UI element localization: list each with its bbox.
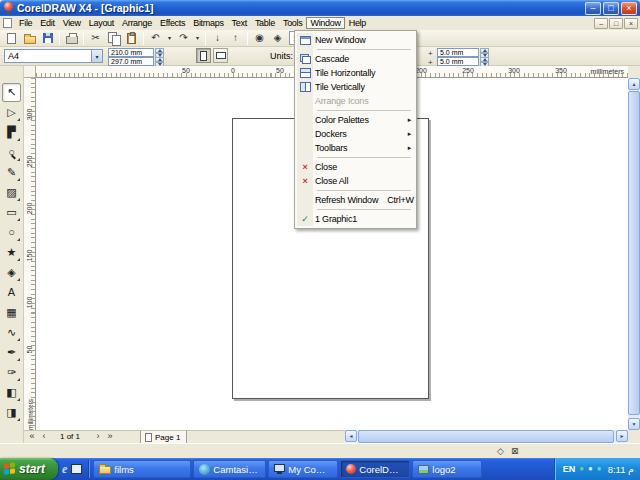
mdi-close-button[interactable]: × (624, 18, 638, 29)
task-films[interactable]: films (93, 460, 191, 478)
close-button[interactable]: × (621, 2, 637, 15)
open-button[interactable] (21, 31, 38, 46)
undo-dropdown-button[interactable]: ▾ (165, 31, 174, 46)
vertical-ruler: 300 250 200 150 100 50 millimeters (24, 78, 36, 430)
first-page-button[interactable]: « (26, 431, 38, 443)
text-tool[interactable]: A (2, 283, 21, 302)
menu-item-close-all[interactable]: × Close All (297, 174, 414, 188)
outline-status-icon[interactable]: ⊠ (511, 447, 519, 456)
menu-item-color-palettes[interactable]: Color Palettes ▸ (297, 113, 414, 127)
next-page-button[interactable]: › (92, 431, 104, 443)
duplicate-distance-field[interactable]: 5.0 mm (437, 57, 479, 66)
landscape-button[interactable] (213, 48, 228, 63)
menu-effects[interactable]: Effects (156, 17, 189, 29)
scroll-down-button[interactable]: ▼ (628, 418, 640, 430)
ellipse-tool[interactable]: ○ (2, 223, 21, 242)
polygon-tool[interactable]: ★ (2, 243, 21, 262)
internet-explorer-icon[interactable]: e (62, 463, 67, 475)
menu-bitmaps[interactable]: Bitmaps (189, 17, 227, 29)
welcome-screen-button[interactable]: ◉ (251, 31, 268, 46)
tray-icon[interactable]: ● (597, 465, 602, 473)
last-page-button[interactable]: » (104, 431, 116, 443)
interactive-fill-tool[interactable]: ◨ (2, 403, 21, 422)
task-camtasia[interactable]: Camtasia St... (193, 460, 266, 478)
menu-item-1-graphic1[interactable]: ✓ 1 Graphic1 (297, 212, 414, 226)
menu-edit[interactable]: Edit (36, 17, 58, 29)
vertical-scroll-thumb[interactable] (628, 91, 640, 415)
fill-status-icon[interactable]: ◇ (497, 447, 504, 456)
start-button[interactable]: start (0, 458, 58, 480)
task-logo2[interactable]: logo2 (412, 460, 482, 478)
table-tool[interactable]: ▦ (2, 303, 21, 322)
redo-dropdown-button[interactable]: ▾ (193, 31, 202, 46)
menu-item-cascade[interactable]: Cascade (297, 52, 414, 66)
paste-button[interactable] (123, 31, 140, 46)
mdi-minimize-button[interactable]: – (594, 18, 608, 29)
scroll-right-button[interactable]: ► (616, 430, 628, 442)
maximize-button[interactable]: □ (603, 2, 619, 15)
menu-item-refresh-window[interactable]: Refresh Window Ctrl+W (297, 193, 414, 207)
ruler-corner-spacer (628, 66, 640, 78)
scroll-left-button[interactable]: ◄ (345, 430, 357, 442)
paper-width-field[interactable]: 210.0 mm (108, 48, 154, 57)
portrait-button[interactable] (196, 48, 211, 63)
import-button[interactable]: ↓ (209, 31, 226, 46)
menu-tools[interactable]: Tools (279, 17, 307, 29)
new-document-button[interactable] (3, 31, 20, 46)
tray-icon[interactable]: ● (579, 465, 584, 473)
language-indicator[interactable]: EN (563, 464, 576, 474)
smart-fill-tool[interactable]: ▨ (2, 183, 21, 202)
shape-tool[interactable]: ▷ (2, 103, 21, 122)
show-desktop-icon[interactable] (71, 464, 82, 474)
horizontal-scroll-thumb[interactable] (358, 430, 614, 443)
clock[interactable]: 8:11 م (608, 464, 634, 475)
menu-item-tile-vertically[interactable]: Tile Vertically (297, 80, 414, 94)
menu-view[interactable]: View (59, 17, 85, 29)
basic-shapes-tool[interactable]: ◈ (2, 263, 21, 282)
menu-file[interactable]: File (15, 17, 36, 29)
menu-arrange[interactable]: Arrange (118, 17, 156, 29)
menu-window[interactable]: Window (306, 17, 344, 29)
freehand-tool[interactable]: ✎ (2, 163, 21, 182)
menu-table[interactable]: Table (251, 17, 279, 29)
fill-tool[interactable]: ◧ (2, 383, 21, 402)
menu-item-toolbars[interactable]: Toolbars ▸ (297, 141, 414, 155)
zoom-tool[interactable]: ○ (2, 143, 21, 162)
menu-item-new-window[interactable]: New Window (297, 33, 414, 47)
tray-icon[interactable]: ● (588, 465, 593, 473)
crop-tool[interactable]: ▛ (2, 123, 21, 142)
export-button[interactable]: ↑ (227, 31, 244, 46)
previous-page-button[interactable]: ‹ (38, 431, 50, 443)
paper-height-field[interactable]: 297.0 mm (108, 57, 154, 66)
menu-layout[interactable]: Layout (85, 17, 118, 29)
eyedropper-tool[interactable]: ✒ (2, 343, 21, 362)
task-my-computer[interactable]: My Computer (268, 460, 338, 478)
copy-button[interactable] (105, 31, 122, 46)
menu-text[interactable]: Text (228, 17, 251, 29)
paper-type-combobox[interactable]: A4 ▾ (4, 49, 103, 63)
combo-arrow-button[interactable]: ▾ (91, 50, 102, 62)
vertical-scrollbar[interactable]: ▲ ▼ (628, 78, 640, 430)
redo-button[interactable]: ↷ (175, 31, 192, 46)
task-coreldraw[interactable]: CorelDRAW ... (340, 460, 410, 478)
undo-button[interactable]: ↶ (147, 31, 164, 46)
menu-item-dockers[interactable]: Dockers ▸ (297, 127, 414, 141)
horizontal-scrollbar[interactable]: ◄ ► (345, 430, 628, 443)
menu-item-tile-horizontally[interactable]: Tile Horizontally (297, 66, 414, 80)
print-button[interactable] (63, 31, 80, 46)
outline-tool[interactable]: ✑ (2, 363, 21, 382)
rectangle-tool[interactable]: ▭ (2, 203, 21, 222)
pick-tool[interactable]: ↖ (2, 83, 21, 102)
ruler-number: 100 (25, 293, 34, 313)
interactive-blend-tool[interactable]: ∿ (2, 323, 21, 342)
nudge-offset-field[interactable]: 5.0 mm (437, 48, 479, 57)
menu-help[interactable]: Help (345, 17, 370, 29)
save-button[interactable] (39, 31, 56, 46)
menu-item-close[interactable]: × Close (297, 160, 414, 174)
minimize-button[interactable]: – (585, 2, 601, 15)
scroll-up-button[interactable]: ▲ (628, 78, 640, 90)
cut-button[interactable]: ✂ (87, 31, 104, 46)
application-launcher-button[interactable]: ◈ (269, 31, 286, 46)
ruler-origin-button[interactable] (24, 66, 36, 78)
mdi-restore-button[interactable]: □ (609, 18, 623, 29)
